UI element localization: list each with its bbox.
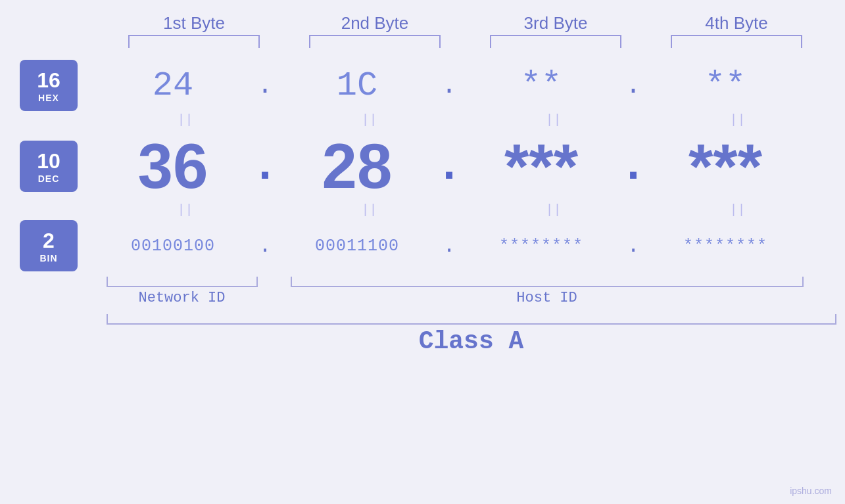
dec-base-num: 10 [37, 149, 60, 173]
main-container: 1st Byte 2nd Byte 3rd Byte 4th Byte 16 H… [0, 0, 845, 504]
eq1-b1: || [110, 112, 261, 127]
bracket-gap-1 [258, 277, 291, 287]
dec-badge: 10 DEC [20, 141, 78, 192]
hex-byte3: ** [466, 66, 617, 105]
dec-byte3: *** [466, 130, 617, 202]
bin-base-label: BIN [39, 253, 57, 263]
dec-row: 10 DEC 36 . 28 . *** . *** [0, 130, 845, 202]
dec-sep2: . [433, 141, 466, 193]
eq1-b4: || [662, 112, 813, 127]
dec-sep1: . [249, 141, 281, 193]
eq1-b2: || [294, 112, 445, 127]
top-bracket-row [104, 35, 827, 48]
hex-sep3: . [617, 71, 650, 101]
bin-byte2: 00011100 [281, 237, 433, 256]
equals-row-1: || || || || [110, 112, 833, 127]
byte-header-3: 3rd Byte [483, 13, 628, 34]
equals-row-2: || || || || [110, 202, 833, 218]
hex-sep1: . [249, 71, 281, 101]
network-id-bracket [107, 277, 258, 287]
eq2-b3: || [478, 202, 629, 218]
dec-byte2: 28 [281, 130, 433, 202]
byte-header-2: 2nd Byte [302, 13, 447, 34]
bracket-4 [671, 35, 802, 48]
byte-header-1: 1st Byte [122, 13, 266, 34]
label-gap [258, 290, 291, 306]
bin-row: 2 BIN 00100100 . 00011100 . ******** . *… [0, 220, 845, 271]
network-id-label: Network ID [107, 290, 258, 306]
watermark: ipshu.com [790, 486, 832, 496]
bin-sep3: . [617, 234, 650, 258]
bin-byte3: ******** [466, 237, 617, 256]
host-id-bracket [291, 277, 804, 287]
bin-sep1: . [249, 234, 281, 258]
hex-byte2: 1C [281, 66, 433, 105]
eq2-b2: || [294, 202, 445, 218]
bracket-2 [309, 35, 441, 48]
bracket-1 [128, 35, 260, 48]
eq1-b3: || [478, 112, 629, 127]
id-labels-row: Network ID Host ID [107, 290, 836, 306]
byte-header-4: 4th Byte [664, 13, 809, 34]
bottom-bracket-row [107, 277, 836, 287]
class-label: Class A [107, 327, 836, 355]
dec-sep3: . [617, 141, 650, 193]
eq2-b4: || [662, 202, 813, 218]
bin-badge: 2 BIN [20, 220, 78, 271]
byte-headers-row: 1st Byte 2nd Byte 3rd Byte 4th Byte [104, 13, 827, 34]
hex-values: 24 . 1C . ** . ** [97, 66, 832, 105]
bracket-3 [490, 35, 621, 48]
bin-sep2: . [433, 234, 466, 258]
dec-byte4: *** [650, 130, 801, 202]
hex-badge: 16 HEX [20, 60, 78, 111]
host-id-label: Host ID [291, 290, 804, 306]
dec-values: 36 . 28 . *** . *** [97, 130, 832, 202]
dec-byte1: 36 [97, 130, 249, 202]
bin-values: 00100100 . 00011100 . ******** . *******… [97, 234, 832, 258]
hex-sep2: . [433, 71, 466, 101]
hex-base-num: 16 [37, 68, 60, 93]
bin-base-num: 2 [43, 229, 55, 253]
hex-byte1: 24 [97, 66, 249, 105]
eq2-b1: || [110, 202, 261, 218]
hex-row: 16 HEX 24 . 1C . ** . ** [0, 60, 845, 111]
bin-byte1: 00100100 [97, 237, 249, 256]
hex-byte4: ** [650, 66, 801, 105]
class-bracket [107, 314, 836, 325]
bin-byte4: ******** [650, 237, 801, 256]
hex-base-label: HEX [38, 93, 59, 103]
dec-base-label: DEC [38, 173, 60, 184]
